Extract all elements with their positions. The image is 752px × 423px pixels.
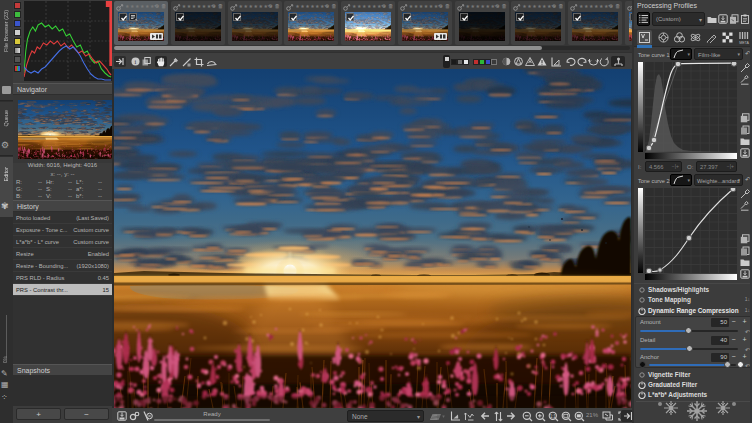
svg-text:META: META (739, 41, 749, 45)
svg-text:1:1: 1:1 (550, 413, 557, 418)
svg-text:i: i (134, 58, 136, 65)
